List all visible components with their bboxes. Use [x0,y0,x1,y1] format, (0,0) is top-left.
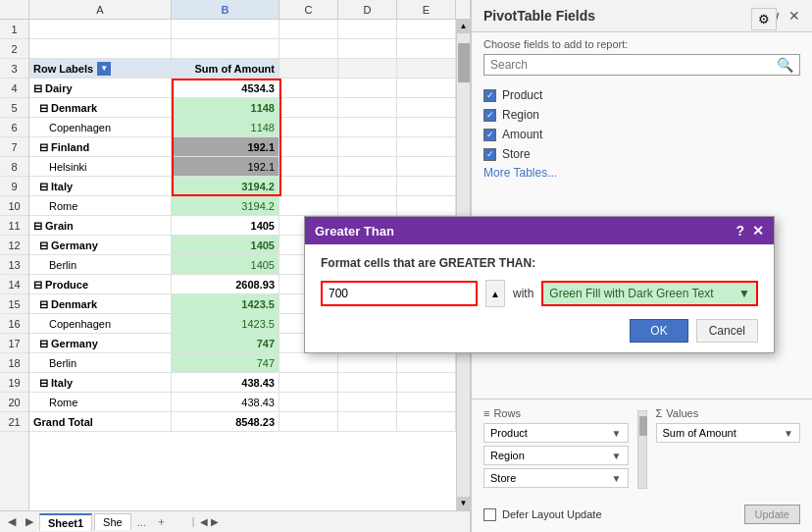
col-header-e[interactable]: E [397,0,456,19]
cell-7b[interactable]: 192.1 [172,137,279,156]
cell-5b[interactable]: 1148 [172,98,279,117]
col-header-b[interactable]: B [172,0,279,19]
cell-18e[interactable] [397,353,456,372]
cell-19c[interactable] [279,373,338,392]
cell-17b[interactable]: 747 [172,334,279,352]
col-header-c[interactable]: C [279,0,338,19]
cell-3b[interactable]: Sum of Amount [172,59,279,78]
cell-8e[interactable] [397,157,456,176]
cell-15b[interactable]: 1423.5 [172,294,279,313]
area-scroll-track[interactable] [637,410,647,489]
cell-20d[interactable] [338,393,397,411]
cell-5d[interactable] [338,98,397,117]
cell-5c[interactable] [279,98,338,117]
cell-10d[interactable] [338,196,397,215]
cell-5e[interactable] [397,98,456,117]
cell-18b[interactable]: 747 [172,353,279,372]
cell-21b[interactable]: 8548.23 [172,412,279,431]
cell-2e[interactable] [397,39,456,58]
cell-19e[interactable] [397,373,456,392]
amount-checkbox[interactable] [483,129,496,141]
format-dropdown[interactable]: Green Fill with Dark Green Text ▼ [541,281,758,306]
cancel-button[interactable]: Cancel [696,319,758,343]
store-checkbox[interactable] [483,148,496,161]
cell-8a[interactable]: Helsinki [29,157,172,176]
values-sum-amount-arrow[interactable]: ▼ [784,428,793,439]
cell-9a[interactable]: ⊟ Italy [29,177,172,195]
cell-6a[interactable]: Copenhagen [29,118,172,136]
product-checkbox[interactable] [483,89,496,102]
cell-16a[interactable]: Copenhagen [29,314,172,333]
cell-1c[interactable] [279,20,338,38]
region-checkbox[interactable] [483,109,496,122]
rows-item-product[interactable]: Product ▼ [483,423,629,443]
scroll-thumb[interactable] [458,43,470,82]
cell-13b[interactable]: 1405 [172,255,279,274]
rows-item-region[interactable]: Region ▼ [483,446,629,465]
cell-4e[interactable] [397,79,456,97]
cell-7d[interactable] [338,137,397,156]
cell-21c[interactable] [279,412,338,431]
cell-9c[interactable] [279,177,338,195]
tab-prev[interactable]: ◀ [4,515,20,528]
cell-9e[interactable] [397,177,456,195]
rows-product-arrow[interactable]: ▼ [612,428,622,439]
cell-7e[interactable] [397,137,456,156]
cell-8b[interactable]: 192.1 [172,157,279,176]
defer-checkbox[interactable] [483,508,496,521]
tab-more[interactable]: ... [133,516,150,528]
dialog-help-icon[interactable]: ? [736,223,744,239]
area-scrollbar[interactable] [636,407,648,491]
row-labels-dropdown-icon[interactable]: ▼ [97,62,111,76]
values-item-sum-amount[interactable]: Sum of Amount ▼ [656,423,801,443]
sheet-tab-she[interactable]: She [94,513,131,530]
cell-9b[interactable]: 3194.2 [172,177,279,195]
cell-17a[interactable]: ⊟ Germany [29,334,172,352]
cell-7a[interactable]: ⊟ Finland [29,137,172,156]
cell-3d[interactable] [338,59,397,78]
pivot-search-box[interactable]: 🔍 [483,54,800,76]
cell-2b[interactable] [172,39,279,58]
cell-12b[interactable]: 1405 [172,236,279,254]
cell-6e[interactable] [397,118,456,136]
search-input[interactable] [490,58,777,72]
cell-8c[interactable] [279,157,338,176]
cell-12a[interactable]: ⊟ Germany [29,236,172,254]
cell-11a[interactable]: ⊟ Grain [29,216,172,235]
cell-19b[interactable]: 438.43 [172,373,279,392]
scroll-up-button[interactable]: ▲ [457,20,471,33]
cell-16b[interactable]: 1423.5 [172,314,279,333]
cell-1a[interactable] [29,20,172,38]
close-icon[interactable]: ✕ [788,8,800,24]
cell-9d[interactable] [338,177,397,195]
cell-21d[interactable] [338,412,397,431]
sheet-tab-sheet1[interactable]: Sheet1 [39,513,92,531]
tab-next[interactable]: ▶ [22,515,37,528]
cell-2a[interactable] [29,39,172,58]
cell-21e[interactable] [397,412,456,431]
cell-20c[interactable] [279,393,338,411]
col-header-a[interactable]: A [29,0,172,19]
dialog-value-input[interactable] [321,281,478,306]
cell-4b[interactable]: 4534.3 [172,79,279,97]
col-header-d[interactable]: D [338,0,397,19]
cell-2c[interactable] [279,39,338,58]
cell-2d[interactable] [338,39,397,58]
update-button[interactable]: Update [744,505,800,524]
scroll-down-button[interactable]: ▼ [457,497,471,510]
cell-4c[interactable] [279,79,338,97]
cell-6d[interactable] [338,118,397,136]
cell-1d[interactable] [338,20,397,38]
rows-store-arrow[interactable]: ▼ [612,473,622,484]
cell-19a[interactable]: ⊟ Italy [29,373,172,392]
cell-13a[interactable]: Berlin [29,255,172,274]
cell-18a[interactable]: Berlin [29,353,172,372]
cell-18d[interactable] [338,353,397,372]
cell-18c[interactable] [279,353,338,372]
cell-14a[interactable]: ⊟ Produce [29,275,172,293]
cell-20b[interactable]: 438.43 [172,393,279,411]
cell-3a[interactable]: Row Labels ▼ [29,59,172,78]
cell-20e[interactable] [397,393,456,411]
area-scroll-thumb[interactable] [639,416,647,436]
cell-1e[interactable] [397,20,456,38]
